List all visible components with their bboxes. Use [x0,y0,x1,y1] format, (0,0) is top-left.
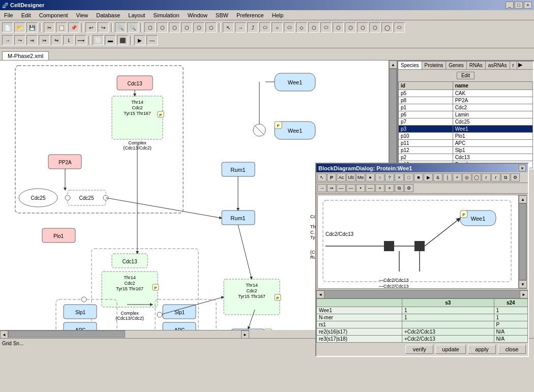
tab-species[interactable]: Species [398,62,422,69]
tb-r2-14[interactable]: — [146,35,158,45]
tb-r2-13[interactable]: ▶ [134,35,145,45]
table-row-selected[interactable]: p3Wee1 [399,126,533,133]
menu-database[interactable]: Database [94,11,122,19]
tb8[interactable]: ⬡ [157,22,168,33]
tab-asrnas[interactable]: asRNAs [486,62,510,69]
block-tb2-10[interactable]: ⚙ [404,184,413,192]
cut-button[interactable]: ✂ [44,22,55,33]
tab-scroll-right[interactable]: ▶ [518,62,522,69]
block-scroll-right[interactable]: ► [520,290,528,298]
scroll-left-button[interactable]: ◄ [0,330,8,339]
block-tb2-6[interactable]: — [366,184,375,192]
block-tb2-7[interactable]: × [375,184,384,192]
table-row[interactable]: p7Cdc25 [399,118,533,126]
block-circle3-btn[interactable]: ◎ [462,173,471,182]
tb21[interactable]: ⬭ [320,22,332,33]
menu-help[interactable]: Help [270,11,286,19]
block-scroll-h-thumb[interactable] [324,290,520,298]
redo-button[interactable]: ↪ [98,22,109,33]
tab-rnas[interactable]: RNAs [467,62,486,69]
block-tb2-9[interactable]: ⧉ [395,184,404,192]
table-row[interactable]: p6Lamin [399,111,533,118]
tb9[interactable]: ⬡ [169,22,180,33]
scroll-up-button[interactable]: ▲ [389,61,397,69]
tb10[interactable]: ⬡ [181,22,192,33]
table-row[interactable]: p10Plo1 [399,133,533,140]
scroll-right-button[interactable]: ► [241,330,249,339]
tb-r2-10[interactable]: ▬ [105,35,116,45]
table-row[interactable]: p8PP2A [399,97,533,104]
block-circle2-btn[interactable]: ○ [375,173,384,182]
tab-mphase2[interactable]: M-Phase2.xml [2,51,49,60]
block-scroll-thumb[interactable] [519,203,526,280]
menu-file[interactable]: File [2,11,15,19]
block-tb2-1[interactable]: → [317,184,327,192]
tb27[interactable]: ⬭ [394,22,405,33]
tab-r[interactable]: r [510,62,517,69]
block-cursor-btn[interactable]: ↖ [317,173,327,182]
menu-component[interactable]: Component [37,11,70,19]
block-r2-btn[interactable]: r [491,173,500,182]
block-table-row[interactable]: re2(s16|s17) +Cdc2/Cdc13 N/A [317,328,528,336]
block-tb2-3[interactable]: — [337,184,346,192]
undo-button[interactable]: ↩ [85,22,97,33]
block-scroll-up[interactable]: ▲ [519,195,527,203]
new-button[interactable]: 📄 [2,22,13,33]
block-amp-btn[interactable]: & [433,173,442,182]
menu-edit[interactable]: Edit [19,11,33,19]
block-dialog-close-button[interactable]: × [519,165,526,171]
table-row[interactable]: p2Cdc13 [399,154,533,161]
block-copy-btn[interactable]: ⧉ [501,173,510,182]
block-sq-btn[interactable]: □ [404,173,413,182]
block-table-row[interactable]: re3(s17|s18) +Cdc2/Cdc13 N/A [317,336,528,343]
tb11[interactable]: ⬡ [193,22,204,33]
block-circle-btn[interactable]: ● [366,173,375,182]
scroll-thumb-h[interactable] [8,330,125,338]
tb-r2-9[interactable]: ⬜ [93,35,104,45]
maximize-button[interactable]: □ [515,2,523,9]
zoom-in-button[interactable]: 🔍 [115,22,126,33]
zoom-out-button[interactable]: 🔍 [127,22,138,33]
apply-button[interactable]: apply [468,345,496,354]
tb7[interactable]: ⬡ [144,22,156,33]
table-row[interactable]: p1Cdc2 [399,104,533,111]
table-row[interactable]: p12Slp1 [399,147,533,154]
save-button[interactable]: 💾 [26,22,38,33]
block-pipe-btn[interactable]: | [443,173,452,182]
block-me-btn[interactable]: Me [356,173,365,182]
tb24[interactable]: ⬡ [357,22,368,33]
tb-r2-6[interactable]: ⤹ [63,35,74,45]
block-tb2-2[interactable]: ⇒ [327,184,336,192]
block-x-btn[interactable]: × [395,173,404,182]
menu-simulation[interactable]: Simulation [151,11,181,19]
horizontal-scrollbar[interactable]: ◄ ► [0,330,249,338]
open-button[interactable]: 📂 [14,22,25,33]
tb19[interactable]: ◇ [296,22,307,33]
block-scrollbar-h[interactable]: ◄ ► [316,290,528,298]
block-plus-btn[interactable]: + [453,173,462,182]
tab-genes[interactable]: Genes [446,62,466,69]
tb-r2-5[interactable]: ↬ [51,35,62,45]
tb-r2-3[interactable]: ⇒ [26,35,38,45]
close-dialog-button[interactable]: close [498,345,526,354]
tb12[interactable]: ⬡ [205,22,217,33]
tb26[interactable]: ◯ [381,22,393,33]
tb17[interactable]: ○ [272,22,283,33]
tb15[interactable]: ⤴ [247,22,258,33]
block-tb2-4[interactable]: — [346,184,355,192]
tb20[interactable]: ⬡ [308,22,319,33]
menu-preference[interactable]: Preference [234,11,266,19]
tb-r2-11[interactable]: ⬛ [117,35,128,45]
table-row[interactable]: p11APC [399,140,533,147]
block-settings-btn[interactable]: ⚙ [511,173,520,182]
block-ub-btn[interactable]: Ub [346,173,355,182]
close-button[interactable]: × [524,2,532,9]
tb-r2-4[interactable]: ↣ [39,35,50,45]
block-tb2-5[interactable]: • [356,184,365,192]
block-table-row[interactable]: N-mer 1 1 [317,314,528,321]
window-controls[interactable]: _ □ × [506,2,532,9]
tb23[interactable]: ⬡ [345,22,356,33]
tb22[interactable]: ⬡ [333,22,344,33]
tb25[interactable]: ⬡ [369,22,380,33]
table-row[interactable]: p5CAK [399,90,533,97]
